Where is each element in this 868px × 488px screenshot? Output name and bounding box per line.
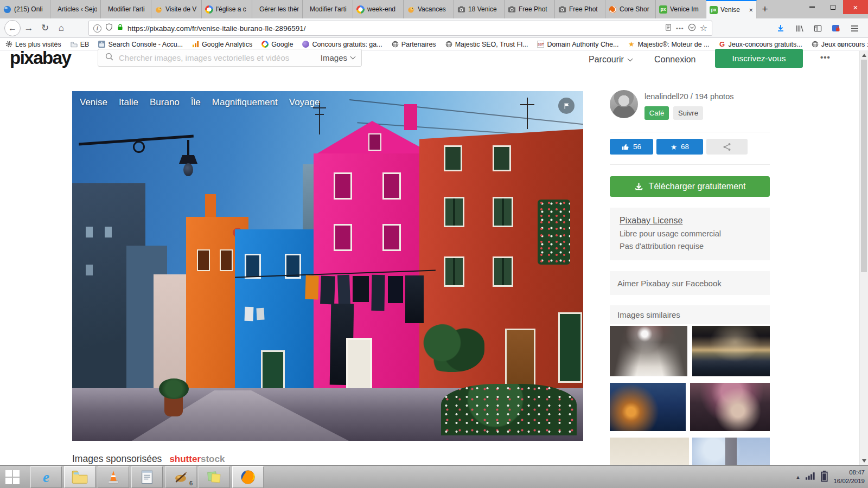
close-button[interactable]: × xyxy=(843,0,868,14)
tag-link[interactable]: Italie xyxy=(119,97,138,108)
start-button[interactable] xyxy=(4,470,21,485)
browse-menu[interactable]: Parcourir xyxy=(589,55,632,65)
lamp-shade xyxy=(179,155,197,164)
header-more-icon[interactable]: ••• xyxy=(820,53,831,62)
reader-mode-icon[interactable] xyxy=(665,23,672,34)
browser-tab[interactable]: l'église a c xyxy=(202,0,252,18)
like-count: 56 xyxy=(633,143,641,151)
forward-button[interactable]: → xyxy=(21,20,37,36)
network-signal-icon[interactable] xyxy=(806,472,815,482)
lock-icon[interactable] xyxy=(117,23,124,33)
bookmark-item[interactable]: SST Domain Authority Che... xyxy=(537,41,618,48)
bookmark-star-icon[interactable]: ☆ xyxy=(700,24,707,33)
home-button[interactable]: ⌂ xyxy=(53,20,69,36)
report-flag-button[interactable] xyxy=(558,98,575,114)
search-box[interactable]: Images xyxy=(98,49,362,67)
search-scope-dropdown[interactable]: Images xyxy=(321,53,355,62)
minimize-button[interactable] xyxy=(802,0,822,14)
taskbar-ie-button[interactable]: e xyxy=(30,466,62,488)
bookmark-item[interactable]: Partenaires xyxy=(392,41,436,48)
tag-link[interactable]: Magnifiquement xyxy=(212,97,278,108)
license-box: Pixabay License Libre pour usage commerc… xyxy=(610,208,770,260)
browser-tab[interactable]: Modifier l'arti xyxy=(101,0,151,18)
downloads-icon[interactable] xyxy=(773,20,789,36)
scroll-up-arrow[interactable] xyxy=(862,54,866,57)
taskbar-gimp-button[interactable]: 6 xyxy=(165,466,196,488)
bookmark-item[interactable]: Google Analytics xyxy=(192,41,252,48)
browser-tab[interactable]: Articles ‹ Sejo xyxy=(50,0,101,18)
similar-image-thumbnail[interactable] xyxy=(610,326,687,376)
url-bar[interactable]: i https://pixabay.com/fr/venise-italie-b… xyxy=(88,21,712,36)
similar-image-thumbnail[interactable] xyxy=(610,383,686,431)
share-button[interactable] xyxy=(706,139,748,155)
like-button[interactable]: 56 xyxy=(610,139,653,155)
page-info-icon[interactable]: i xyxy=(93,24,101,33)
browser-tab[interactable]: Free Phot xyxy=(555,0,605,18)
battery-icon[interactable] xyxy=(821,471,828,484)
coffee-button[interactable]: Café xyxy=(644,106,669,120)
browser-tab[interactable]: (215) Onli xyxy=(0,0,50,18)
pixabay-logo[interactable]: pixabay xyxy=(10,48,71,68)
user-avatar[interactable] xyxy=(610,90,638,118)
signup-button[interactable]: Inscrivez-vous xyxy=(715,49,803,68)
shutterstock-logo[interactable]: shutterstock xyxy=(169,454,225,465)
tag-link[interactable]: Voyage xyxy=(289,97,320,108)
bookmark-item[interactable]: Les plus visités xyxy=(5,41,61,48)
bookmark-item[interactable]: Search Console - Accu... xyxy=(98,41,183,48)
tab-close-icon[interactable]: × xyxy=(749,6,753,14)
search-input[interactable] xyxy=(119,53,316,62)
download-button[interactable]: Télécharger gratuitement xyxy=(610,176,770,197)
scrollbar-thumb[interactable] xyxy=(861,60,867,272)
user-name[interactable]: lenalindell20 / 194 photos xyxy=(644,92,733,101)
taskbar-firefox-button[interactable] xyxy=(232,466,264,488)
shield-icon[interactable] xyxy=(105,23,113,33)
url-text[interactable]: https://pixabay.com/fr/venise-italie-bur… xyxy=(127,24,661,33)
bookmark-item[interactable]: Majestic SEO, Trust Fl... xyxy=(445,41,528,48)
reload-button[interactable]: ↻ xyxy=(37,20,53,36)
password-extension-icon[interactable] xyxy=(828,20,844,36)
bookmarks-overflow-chevron[interactable]: » xyxy=(839,40,843,49)
restore-button[interactable] xyxy=(822,0,843,14)
browser-tab[interactable]: 18 Venice xyxy=(454,0,505,18)
similar-image-thumbnail[interactable] xyxy=(692,326,770,376)
browser-tab[interactable]: Modifier l'arti xyxy=(303,0,353,18)
tag-link[interactable]: Île xyxy=(191,97,201,108)
login-link[interactable]: Connexion xyxy=(654,55,696,65)
bookmark-item[interactable]: Google xyxy=(261,41,293,48)
page-scrollbar[interactable] xyxy=(859,51,868,465)
sidebar-toggle-icon[interactable] xyxy=(809,20,826,36)
bookmark-item[interactable]: ★ Majestic®: Moteur de ... xyxy=(628,41,709,48)
browser-tab[interactable]: Gérer les thèm xyxy=(252,0,303,18)
browser-tab[interactable]: Vacances xyxy=(404,0,454,18)
similar-image-thumbnail[interactable] xyxy=(690,383,770,431)
taskbar-vlc-button[interactable] xyxy=(98,466,129,488)
license-link[interactable]: Pixabay License xyxy=(620,216,760,226)
browser-tab[interactable]: week-end xyxy=(353,0,404,18)
tray-expand-icon[interactable]: ▲ xyxy=(796,474,801,480)
favorite-button[interactable]: ★ 68 xyxy=(656,139,703,155)
library-icon[interactable] xyxy=(791,20,807,36)
pocket-icon[interactable] xyxy=(688,23,696,34)
taskbar-stickynotes-button[interactable] xyxy=(199,466,230,488)
bookmark-item[interactable]: Concours gratuits: ga... xyxy=(302,41,382,48)
scroll-down-arrow[interactable] xyxy=(862,459,866,463)
bookmark-item[interactable]: G Jeux-concours gratuits... xyxy=(719,41,802,48)
taskbar-explorer-button[interactable] xyxy=(64,466,95,488)
taskbar-notepad-button[interactable] xyxy=(131,466,163,488)
back-button[interactable]: ← xyxy=(4,20,21,36)
browser-tab[interactable]: px Venice Im xyxy=(656,0,706,18)
taskbar-clock[interactable]: 08:47 16/02/2019 xyxy=(833,468,865,485)
bookmark-item[interactable]: EB xyxy=(71,41,90,48)
follow-button[interactable]: Suivre xyxy=(673,106,703,120)
photo-burano-houses[interactable]: Venise Italie Burano Île Magnifiquement … xyxy=(72,91,583,441)
tag-link[interactable]: Venise xyxy=(80,97,107,108)
new-tab-button[interactable]: + xyxy=(757,0,773,18)
browser-tab-active[interactable]: px Venise × xyxy=(706,0,757,18)
browser-tab[interactable]: Visite de V xyxy=(151,0,202,18)
facebook-like-link[interactable]: Aimer Pixabay sur Facebook xyxy=(610,271,770,295)
tag-link[interactable]: Burano xyxy=(150,97,180,108)
browser-tab[interactable]: Core Shor xyxy=(605,0,656,18)
browser-tab[interactable]: Free Phot xyxy=(505,0,555,18)
menu-hamburger-icon[interactable] xyxy=(846,20,863,36)
page-actions-icon[interactable]: ••• xyxy=(676,25,684,31)
